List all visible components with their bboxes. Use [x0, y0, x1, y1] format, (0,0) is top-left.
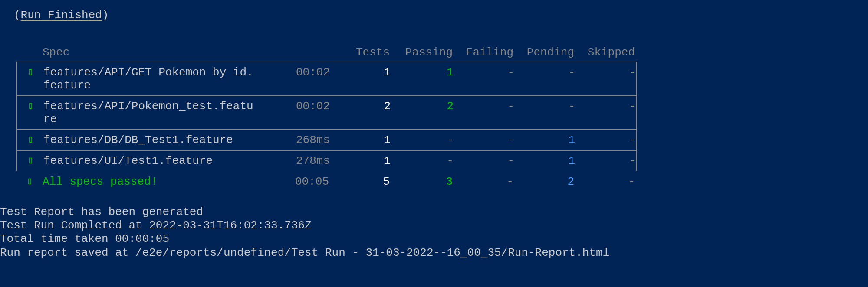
pending-count: - [514, 66, 575, 79]
run-finished-status: (Run Finished) [0, 9, 868, 22]
spec-time: 278ms [258, 154, 330, 167]
passing-count: - [391, 134, 454, 147]
table-row: ▯ features/API/Pokemon_test.feature 00:0… [16, 95, 637, 129]
skipped-count: - [575, 66, 636, 79]
failing-count: - [454, 154, 514, 167]
header-pending: Pending [513, 46, 574, 59]
header-failing: Failing [453, 46, 513, 59]
check-icon: ▯ [17, 154, 43, 166]
log-line: Test Report has been generated [0, 205, 868, 219]
results-table: Spec Tests Passing Failing Pending Skipp… [16, 43, 637, 192]
log-line: Test Run Completed at 2022-03-31T16:02:3… [0, 219, 868, 232]
summary-passing: 3 [390, 175, 453, 188]
footer-log: Test Report has been generated Test Run … [0, 205, 868, 260]
pending-count: 1 [514, 134, 575, 147]
log-line: Run report saved at /e2e/reports/undefin… [0, 246, 868, 260]
summary-pending: 2 [513, 175, 574, 188]
header-tests: Tests [329, 46, 390, 59]
pending-count: - [514, 100, 575, 113]
passing-count: - [391, 154, 454, 167]
header-passing: Passing [390, 46, 453, 59]
spec-time: 00:02 [258, 100, 330, 113]
spec-time: 268ms [258, 134, 330, 147]
failing-count: - [454, 100, 514, 113]
tests-count: 1 [330, 134, 391, 147]
run-finished-text: Run Finished [21, 9, 102, 22]
summary-skipped: - [574, 175, 635, 188]
spec-name: features/UI/Test1.feature [43, 154, 258, 167]
summary-failing: - [453, 175, 513, 188]
tests-count: 1 [330, 66, 391, 79]
spec-time: 00:02 [258, 66, 330, 79]
tests-count: 1 [330, 154, 391, 167]
summary-tests: 5 [329, 175, 390, 188]
log-line: Total time taken 00:00:05 [0, 232, 868, 246]
passing-count: 2 [391, 100, 454, 113]
paren-open: ( [14, 9, 21, 22]
failing-count: - [454, 134, 514, 147]
skipped-count: - [575, 154, 636, 167]
header-spec: Spec [43, 46, 257, 59]
check-icon: ▯ [17, 134, 43, 145]
check-icon: ▯ [17, 66, 43, 78]
table-row: ▯ features/API/GET Pokemon by id.feature… [16, 62, 637, 95]
summary-time: 00:05 [257, 175, 329, 188]
skipped-count: - [575, 134, 636, 147]
summary-row: ▯ All specs passed! 00:05 5 3 - 2 - [16, 171, 637, 192]
tests-count: 2 [330, 100, 391, 113]
spec-name: features/API/Pokemon_test.feature [43, 100, 258, 126]
skipped-count: - [575, 100, 636, 113]
table-header-row: Spec Tests Passing Failing Pending Skipp… [16, 43, 637, 62]
passing-count: 1 [391, 66, 454, 79]
summary-text: All specs passed! [43, 175, 257, 188]
spec-name: features/API/GET Pokemon by id.feature [43, 66, 258, 92]
header-icon-col [16, 46, 43, 59]
paren-close: ) [102, 9, 109, 22]
header-time [257, 46, 329, 59]
pending-count: 1 [514, 154, 575, 167]
failing-count: - [454, 66, 514, 79]
header-skipped: Skipped [574, 46, 635, 59]
spec-name: features/DB/DB_Test1.feature [43, 134, 258, 147]
check-icon: ▯ [16, 175, 43, 188]
check-icon: ▯ [17, 100, 43, 111]
table-row: ▯ features/DB/DB_Test1.feature 268ms 1 -… [16, 129, 637, 150]
table-row: ▯ features/UI/Test1.feature 278ms 1 - - … [16, 150, 637, 171]
